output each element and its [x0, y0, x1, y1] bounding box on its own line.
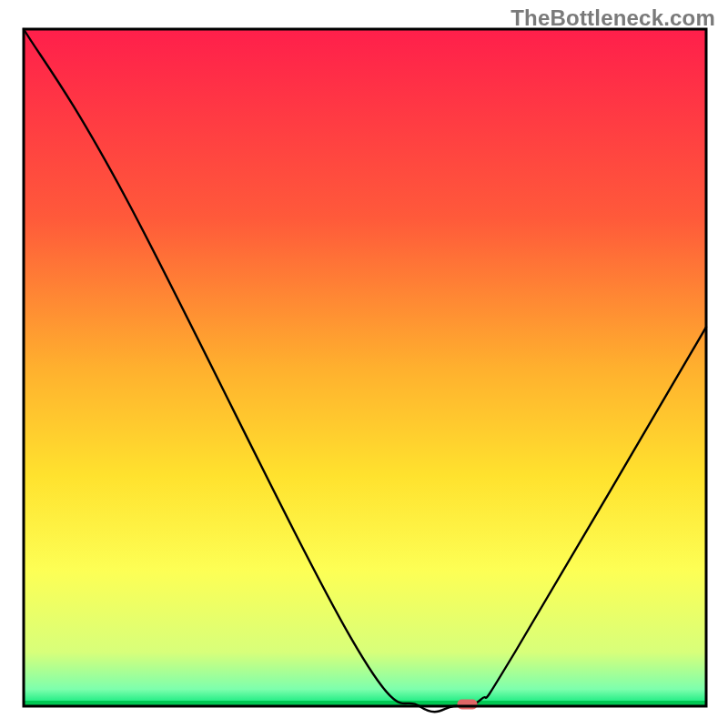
bottleneck-chart: TheBottleneck.com	[0, 0, 728, 728]
watermark-text: TheBottleneck.com	[511, 5, 715, 31]
plot-svg	[0, 0, 728, 728]
minimum-marker	[458, 700, 478, 710]
plot-background	[24, 29, 706, 706]
